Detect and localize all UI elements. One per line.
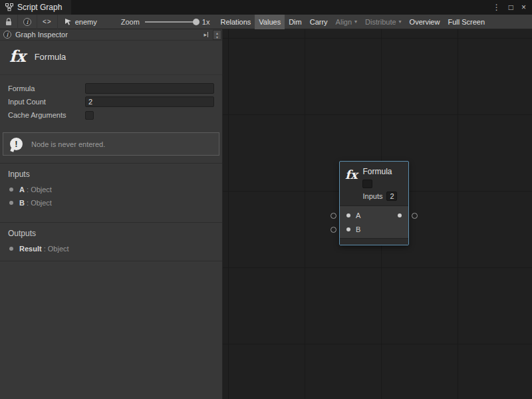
fx-icon: fx: [345, 169, 357, 181]
input-count-field-input[interactable]: [85, 96, 214, 107]
lock-toggle[interactable]: [0, 15, 17, 29]
toolbar-button-fullscreen[interactable]: Full Screen: [444, 15, 489, 29]
toolbar-button-overview[interactable]: Overview: [406, 15, 444, 29]
formula-field-label: Formula: [8, 84, 85, 92]
node-header[interactable]: fx Formula Inputs 2: [340, 162, 408, 205]
button-label: Distribute: [365, 18, 396, 26]
zoom-slider[interactable]: [145, 21, 198, 23]
window-controls: ⋮ □ ×: [493, 3, 532, 11]
lock-icon: [5, 18, 12, 26]
external-port-result[interactable]: [412, 213, 418, 219]
toolbar-button-distribute[interactable]: Distribute ▾: [361, 15, 405, 29]
formula-field-input[interactable]: [85, 83, 214, 94]
graph-pointer-icon: [65, 18, 72, 25]
input-port-b-icon[interactable]: [346, 227, 350, 231]
window-tab-bar: Script Graph ⋮ □ ×: [0, 0, 532, 15]
pin-label: A : Object: [19, 186, 52, 194]
button-label: Full Screen: [448, 18, 485, 26]
node-footer: [340, 238, 408, 245]
output-port-result-icon[interactable]: [398, 213, 402, 217]
pin-label: B : Object: [19, 199, 52, 207]
port-row-a[interactable]: A: [340, 208, 408, 222]
inspector-fields: Formula Input Count Cache Arguments: [0, 75, 222, 123]
tab-script-graph[interactable]: Script Graph: [0, 0, 71, 15]
graph-inspector-title: Graph Inspector: [15, 31, 68, 39]
warning-text: Node is never entered.: [31, 140, 105, 148]
button-label: Align: [336, 18, 352, 26]
chevron-down-icon: ▾: [399, 19, 402, 25]
maximize-icon[interactable]: □: [509, 3, 513, 11]
external-port-a[interactable]: [331, 213, 336, 219]
close-icon[interactable]: ×: [521, 3, 526, 11]
input-pin-a[interactable]: A : Object: [0, 183, 222, 196]
graph-canvas[interactable]: fx Formula Inputs 2 A: [223, 29, 532, 399]
info-icon: i: [23, 18, 31, 26]
unity-visual-scripting-window: Script Graph ⋮ □ × i <> enemy: [0, 0, 532, 399]
port-dot-icon: [9, 188, 13, 192]
toolbar-button-values[interactable]: Values: [255, 15, 285, 29]
graph-inspector-header[interactable]: i Graph Inspector ▸ ▲ ▼: [0, 29, 222, 41]
outputs-section: Outputs Result : Object: [0, 222, 222, 261]
graph-inspector-panel: i Graph Inspector ▸ ▲ ▼ fx Formula Formu…: [0, 29, 223, 399]
inputs-section-header: Inputs: [0, 167, 222, 183]
zoom-label: Zoom: [121, 18, 140, 26]
warning-box: ! Node is never entered.: [3, 132, 219, 156]
fx-icon: fx: [9, 49, 26, 65]
node-formula-input[interactable]: [362, 180, 372, 188]
graph-ref-label: enemy: [75, 18, 97, 26]
toolbar-button-relations[interactable]: Relations: [216, 15, 255, 29]
button-label: Carry: [310, 18, 328, 26]
script-graph-icon: [5, 3, 13, 11]
zoom-slider-handle[interactable]: [193, 19, 200, 25]
inputs-section: Inputs A : Object B : Object: [0, 163, 222, 215]
unit-title: Formula: [35, 52, 66, 62]
warning-icon: !: [10, 138, 23, 150]
cache-arguments-field-label: Cache Arguments: [8, 111, 85, 119]
node-body: A B: [340, 205, 408, 238]
port-label: A: [356, 211, 360, 219]
edit-source-button[interactable]: <>: [37, 15, 57, 29]
graph-toolbar: i <> enemy Zoom 1x Relations Values Dim …: [0, 15, 532, 29]
scroll-down-icon[interactable]: ▼: [215, 35, 219, 39]
node-inputs-count[interactable]: 2: [386, 192, 397, 201]
button-label: Relations: [220, 18, 251, 26]
graph-breadcrumb[interactable]: enemy: [58, 15, 104, 29]
button-label: Overview: [410, 18, 440, 26]
scroll-stepper[interactable]: ▲ ▼: [213, 30, 221, 40]
node-inputs-label: Inputs: [362, 192, 382, 200]
port-dot-icon: [9, 201, 13, 205]
input-pin-b[interactable]: B : Object: [0, 196, 222, 209]
code-icon: <>: [43, 18, 52, 25]
chevron-down-icon: ▾: [354, 19, 357, 25]
button-label: Values: [259, 18, 281, 26]
output-pin-result[interactable]: Result : Object: [0, 242, 222, 255]
outputs-section-header: Outputs: [0, 226, 222, 242]
port-dot-icon: [9, 247, 13, 251]
node-inputs-row: Inputs 2: [362, 192, 397, 201]
info-icon: i: [3, 31, 11, 39]
toolbar-button-align[interactable]: Align ▾: [332, 15, 361, 29]
formula-field-row: Formula: [0, 82, 222, 95]
formula-node[interactable]: fx Formula Inputs 2 A: [339, 161, 409, 245]
input-port-a-icon[interactable]: [346, 213, 350, 217]
input-count-field-label: Input Count: [8, 98, 85, 106]
port-label: B: [356, 225, 360, 233]
port-row-b[interactable]: B: [340, 222, 408, 236]
toolbar-button-dim[interactable]: Dim: [285, 15, 306, 29]
zoom-value: 1x: [202, 18, 210, 26]
unit-header: fx Formula: [0, 41, 222, 75]
node-title: Formula: [362, 167, 397, 176]
pin-label: Result : Object: [19, 245, 69, 253]
toolbar-button-carry[interactable]: Carry: [306, 15, 332, 29]
node-header-content: Formula Inputs 2: [362, 167, 397, 201]
cache-arguments-checkbox[interactable]: [85, 111, 94, 120]
button-label: Dim: [289, 18, 302, 26]
tab-label: Script Graph: [17, 3, 62, 12]
cache-arguments-field-row: Cache Arguments: [0, 108, 222, 122]
input-count-field-row: Input Count: [0, 95, 222, 108]
dock-icon[interactable]: ▸: [203, 31, 208, 38]
window-menu-icon[interactable]: ⋮: [493, 3, 501, 11]
inspect-toggle[interactable]: i: [18, 15, 37, 29]
external-port-b[interactable]: [331, 227, 336, 233]
